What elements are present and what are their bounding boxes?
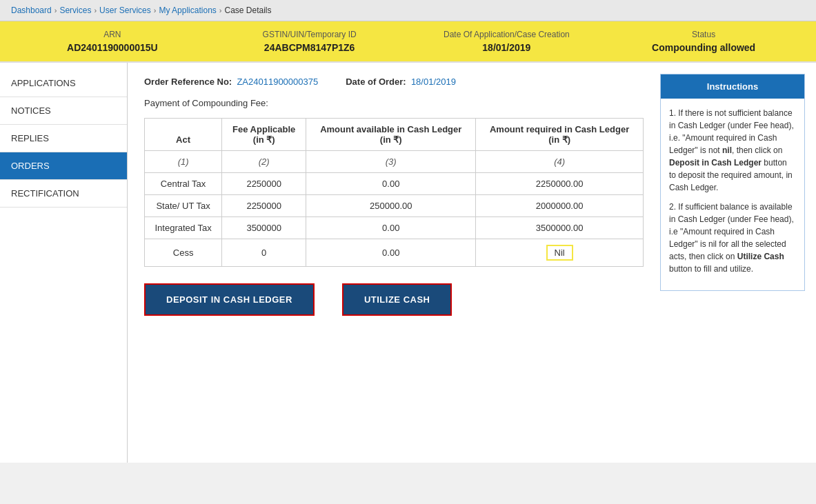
col-num-4: (4)	[476, 151, 644, 173]
table-cell-0-1: 2250000	[222, 173, 306, 195]
breadcrumb-sep-4: ›	[219, 6, 222, 14]
table-row: Central Tax22500000.002250000.00	[145, 173, 644, 195]
sidebar-item-rectification[interactable]: RECTIFICATION	[0, 180, 127, 208]
gstin-value: 24ABCPM8147P1Z6	[211, 42, 408, 53]
buttons-row: DEPOSIT IN CASH LEDGER UTILIZE CASH	[144, 283, 644, 316]
col-act: Act	[145, 119, 222, 151]
table-cell-2-2: 0.00	[306, 217, 476, 239]
breadcrumb-user-services[interactable]: User Services	[99, 6, 151, 15]
sidebar-item-orders[interactable]: ORDERS	[0, 152, 127, 180]
table-cell-3-3: Nil	[476, 239, 644, 267]
header-banner: ARN AD2401190000015U GSTIN/UIN/Temporary…	[0, 21, 816, 63]
status-label: Status	[605, 30, 802, 39]
main-layout: APPLICATIONS NOTICES REPLIES ORDERS RECT…	[0, 63, 816, 463]
table-cell-1-3: 2000000.00	[476, 195, 644, 217]
table-cell-2-0: Integrated Tax	[145, 217, 222, 239]
arn-label: ARN	[14, 30, 211, 39]
table-cell-2-3: 3500000.00	[476, 217, 644, 239]
instruction-1: 1. If there is not sufficient balance in…	[669, 107, 796, 194]
order-date-value: 18/01/2019	[411, 77, 456, 87]
header-status: Status Compounding allowed	[605, 30, 802, 53]
order-date-block: Date of Order: 18/01/2019	[346, 77, 456, 87]
instructions-body: 1. If there is not sufficient balance in…	[661, 99, 804, 290]
table-cell-3-2: 0.00	[306, 239, 476, 267]
date-label: Date Of Application/Case Creation	[408, 30, 606, 39]
breadcrumb-sep-2: ›	[94, 6, 97, 14]
table-cell-1-1: 2250000	[222, 195, 306, 217]
right-panel: Instructions 1. If there is not sufficie…	[660, 63, 816, 463]
table-cell-0-0: Central Tax	[145, 173, 222, 195]
col-num-3: (3)	[306, 151, 476, 173]
order-info: Order Reference No: ZA24011900000375 Dat…	[144, 77, 644, 87]
table-row: State/ UT Tax2250000250000.002000000.00	[145, 195, 644, 217]
breadcrumb-sep-3: ›	[154, 6, 157, 14]
table-cell-3-1: 0	[222, 239, 306, 267]
table-cell-1-2: 250000.00	[306, 195, 476, 217]
instruction-2: 2. If sufficient balance is available in…	[669, 201, 796, 275]
breadcrumb-dashboard[interactable]: Dashboard	[11, 6, 52, 15]
payment-title: Payment of Compounding Fee:	[144, 98, 644, 108]
table-cell-0-2: 0.00	[306, 173, 476, 195]
header-date: Date Of Application/Case Creation 18/01/…	[408, 30, 606, 53]
gstin-label: GSTIN/UIN/Temporary ID	[211, 30, 408, 39]
arn-value: AD2401190000015U	[14, 42, 211, 53]
breadcrumb-current: Case Details	[224, 6, 271, 15]
sidebar-item-applications[interactable]: APPLICATIONS	[0, 70, 127, 97]
fee-table: Act Fee Applicable(in ₹) Amount availabl…	[144, 118, 644, 267]
breadcrumb-my-applications[interactable]: My Applications	[159, 6, 216, 15]
order-ref-label: Order Reference No:	[144, 77, 232, 87]
col-fee: Fee Applicable(in ₹)	[222, 119, 306, 151]
deposit-cash-ledger-button[interactable]: DEPOSIT IN CASH LEDGER	[144, 283, 315, 316]
instructions-header: Instructions	[661, 74, 804, 99]
table-cell-1-0: State/ UT Tax	[145, 195, 222, 217]
table-cell-0-3: 2250000.00	[476, 173, 644, 195]
order-ref-value: ZA24011900000375	[237, 77, 318, 87]
table-cell-2-1: 3500000	[222, 217, 306, 239]
nil-badge: Nil	[546, 245, 573, 261]
utilize-cash-button[interactable]: UTILIZE CASH	[342, 283, 452, 316]
header-gstin: GSTIN/UIN/Temporary ID 24ABCPM8147P1Z6	[211, 30, 408, 53]
table-row: Cess00.00Nil	[145, 239, 644, 267]
breadcrumb: Dashboard › Services › User Services › M…	[0, 0, 816, 21]
table-cell-3-0: Cess	[145, 239, 222, 267]
col-required: Amount required in Cash Ledger(in ₹)	[476, 119, 644, 151]
sidebar-item-notices[interactable]: NOTICES	[0, 97, 127, 125]
instructions-panel: Instructions 1. If there is not sufficie…	[660, 74, 805, 291]
content-area: Order Reference No: ZA24011900000375 Dat…	[128, 63, 660, 463]
col-num-2: (2)	[222, 151, 306, 173]
table-row: Integrated Tax35000000.003500000.00	[145, 217, 644, 239]
status-value: Compounding allowed	[605, 42, 802, 53]
breadcrumb-sep-1: ›	[54, 6, 57, 14]
order-ref-block: Order Reference No: ZA24011900000375	[144, 77, 318, 87]
header-arn: ARN AD2401190000015U	[14, 30, 211, 53]
order-date-label: Date of Order:	[346, 77, 406, 87]
sidebar: APPLICATIONS NOTICES REPLIES ORDERS RECT…	[0, 63, 128, 463]
col-num-1: (1)	[145, 151, 222, 173]
date-value: 18/01/2019	[408, 42, 606, 53]
breadcrumb-services[interactable]: Services	[59, 6, 91, 15]
sidebar-item-replies[interactable]: REPLIES	[0, 125, 127, 152]
col-available: Amount available in Cash Ledger(in ₹)	[306, 119, 476, 151]
